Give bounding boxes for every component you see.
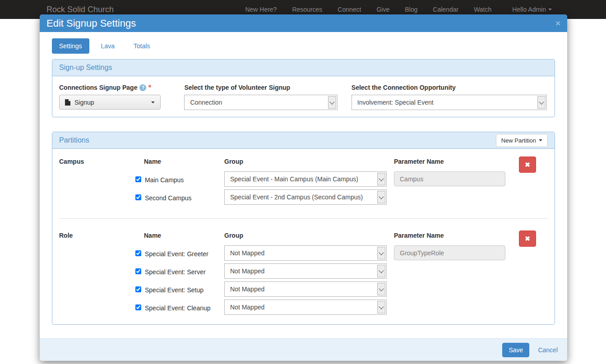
partitions-panel: Partitions New Partition CampusNameMain … xyxy=(52,132,555,325)
group-mapping-select[interactable]: Not Mapped xyxy=(224,245,387,261)
volunteer-signup-type-select[interactable]: Connection xyxy=(184,95,338,110)
parameter-name-input xyxy=(394,245,505,260)
required-indicator xyxy=(148,85,151,88)
partition-type-label: Role xyxy=(59,230,135,239)
nav-item-give[interactable]: Give xyxy=(376,6,389,13)
group-column-header: Group xyxy=(224,230,394,239)
connections-signup-page-field: Connections Signup Page ? Signup xyxy=(59,84,184,110)
nav-item-calendar[interactable]: Calendar xyxy=(433,6,458,13)
connection-opportunity-label: Select the Connection Opportunity xyxy=(352,84,548,91)
partition-group-column: GroupNot MappedNot MappedNot MappedNot M… xyxy=(224,230,394,318)
partition-parameter-column: Parameter Name xyxy=(394,230,519,260)
partitions-panel-body: CampusNameMain CampusSecond CampusGroupS… xyxy=(52,149,555,324)
item-checkbox[interactable] xyxy=(135,250,141,256)
caret-down-icon xyxy=(151,101,155,103)
tab-settings[interactable]: Settings xyxy=(52,38,89,54)
partition-item-checkbox-row[interactable]: Special Event: Greeter xyxy=(135,245,224,263)
parameter-name-column-header: Parameter Name xyxy=(394,230,519,239)
partition-item-checkbox-row[interactable]: Special Event: Setup xyxy=(135,281,224,299)
partition-item-checkbox-row[interactable]: Special Event: Cleanup xyxy=(135,299,224,318)
name-column-header: Name xyxy=(135,157,224,165)
tab-totals[interactable]: Totals xyxy=(126,38,157,54)
item-checkbox[interactable] xyxy=(135,194,141,200)
group-mapping-select[interactable]: Not Mapped xyxy=(224,299,387,315)
group-mapping-select[interactable]: Special Event - 2nd Campus (Second Campu… xyxy=(224,189,387,205)
signup-settings-panel-heading: Sign-up Settings xyxy=(52,60,555,76)
item-checkbox-label: Special Event: Server xyxy=(145,267,212,276)
page-picker-button[interactable]: Signup xyxy=(59,95,161,110)
partition-group-column: GroupSpecial Event - Main Campus (Main C… xyxy=(224,157,394,207)
nav-item-new-here[interactable]: New Here? xyxy=(245,6,277,13)
partition-type-label: Campus xyxy=(59,157,135,165)
modal-title: Edit Signup Settings xyxy=(46,18,136,29)
item-checkbox[interactable] xyxy=(135,286,141,292)
volunteer-signup-type-field: Select the type of Volunteer Signup Conn… xyxy=(184,84,351,110)
modal-footer: Save Cancel xyxy=(40,338,567,361)
parameter-name-column-header: Parameter Name xyxy=(394,157,519,165)
partition-divider xyxy=(59,218,548,219)
user-menu[interactable]: Hello Admin xyxy=(512,6,552,13)
item-checkbox[interactable] xyxy=(135,268,141,274)
connection-opportunity-select[interactable]: Involvement: Special Event xyxy=(352,95,547,110)
delete-partition-button[interactable]: ✖ xyxy=(519,157,536,173)
group-mapping-select[interactable]: Not Mapped xyxy=(224,263,387,279)
item-checkbox-label: Main Campus xyxy=(145,175,190,184)
partition-delete-column: ✖ xyxy=(519,230,548,247)
signup-settings-panel-title: Sign-up Settings xyxy=(59,64,112,72)
group-column-header: Group xyxy=(224,157,394,165)
item-checkbox-label: Special Event: Setup xyxy=(145,286,210,295)
caret-down-icon xyxy=(548,9,552,10)
nav-item-watch[interactable]: Watch xyxy=(474,6,491,13)
connection-opportunity-field: Select the Connection Opportunity Involv… xyxy=(352,84,548,110)
signup-settings-panel: Sign-up Settings Connections Signup Page… xyxy=(52,59,555,117)
brand-link[interactable]: Rock Solid Church xyxy=(46,5,114,14)
item-checkbox[interactable] xyxy=(135,176,141,182)
file-icon xyxy=(65,99,70,106)
connections-signup-page-label: Connections Signup Page ? xyxy=(59,84,184,91)
parameter-name-input xyxy=(394,171,505,186)
partition-item-checkbox-row[interactable]: Special Event: Server xyxy=(135,263,224,281)
signup-settings-panel-body: Connections Signup Page ? Signup xyxy=(52,76,555,117)
modal-header: Edit Signup Settings × xyxy=(40,14,567,32)
user-menu-label: Hello Admin xyxy=(512,6,546,13)
item-checkbox-label: Second Campus xyxy=(145,194,198,203)
nav-item-resources[interactable]: Resources xyxy=(292,6,322,13)
delete-partition-button[interactable]: ✖ xyxy=(519,230,536,247)
partition-item-checkbox-row[interactable]: Second Campus xyxy=(135,189,224,207)
new-partition-button[interactable]: New Partition xyxy=(496,134,548,147)
edit-signup-settings-modal: Edit Signup Settings × SettingsLavaTotal… xyxy=(40,14,567,361)
partitions-panel-heading: Partitions New Partition xyxy=(52,132,555,149)
item-checkbox[interactable] xyxy=(135,304,141,310)
name-column-header: Name xyxy=(135,230,224,239)
partition-campus: CampusNameMain CampusSecond CampusGroupS… xyxy=(59,157,548,207)
modal-body: SettingsLavaTotals Sign-up Settings Conn… xyxy=(40,32,567,338)
save-button[interactable]: Save xyxy=(502,343,529,357)
partition-role: RoleNameSpecial Event: GreeterSpecial Ev… xyxy=(59,230,548,318)
partition-delete-column: ✖ xyxy=(519,157,548,173)
tab-lava[interactable]: Lava xyxy=(94,38,122,54)
partition-item-checkbox-row[interactable]: Main Campus xyxy=(135,171,224,189)
partition-name-column: NameSpecial Event: GreeterSpecial Event:… xyxy=(135,230,224,318)
item-checkbox-label: Special Event: Cleanup xyxy=(145,304,217,313)
partition-name-column: NameMain CampusSecond Campus xyxy=(135,157,224,207)
caret-down-icon xyxy=(539,139,542,141)
item-checkbox-label: Special Event: Greeter xyxy=(145,249,215,258)
page-picker-value: Signup xyxy=(74,99,94,106)
nav-item-connect[interactable]: Connect xyxy=(338,6,361,13)
cancel-link[interactable]: Cancel xyxy=(538,346,558,354)
group-mapping-select[interactable]: Special Event - Main Campus (Main Campus… xyxy=(224,171,387,187)
nav-item-blog[interactable]: Blog xyxy=(405,6,417,13)
partition-parameter-column: Parameter Name xyxy=(394,157,519,186)
help-icon[interactable]: ? xyxy=(139,84,146,91)
nav-links: New Here?ResourcesConnectGiveBlogCalenda… xyxy=(245,6,491,13)
close-icon[interactable]: × xyxy=(555,19,560,28)
partitions-panel-title: Partitions xyxy=(59,136,89,144)
volunteer-signup-type-label: Select the type of Volunteer Signup xyxy=(184,84,351,91)
group-mapping-select[interactable]: Not Mapped xyxy=(224,281,387,297)
tab-bar: SettingsLavaTotals xyxy=(52,38,555,54)
